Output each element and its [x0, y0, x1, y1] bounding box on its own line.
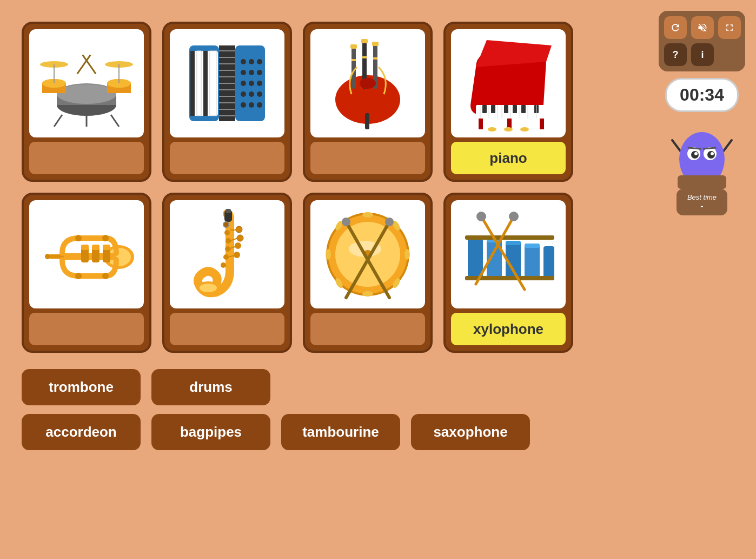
- card-saxophone[interactable]: [162, 193, 292, 353]
- card-accordeon-label: [170, 142, 284, 174]
- card-trumpet[interactable]: [22, 193, 151, 353]
- card-piano[interactable]: piano: [443, 22, 573, 182]
- svg-rect-141: [525, 244, 540, 279]
- svg-point-149: [509, 212, 519, 221]
- svg-rect-82: [540, 119, 544, 129]
- card-tambourine-label: [310, 313, 425, 345]
- svg-point-45: [249, 81, 254, 86]
- svg-point-44: [241, 81, 246, 86]
- card-bagpipes[interactable]: [303, 22, 433, 182]
- word-buttons-area: trombone drums accordeon bagpipes tambou…: [22, 369, 734, 450]
- card-accordeon-image: [170, 29, 284, 137]
- svg-point-102: [200, 284, 217, 292]
- svg-rect-67: [491, 105, 495, 113]
- svg-rect-68: [504, 105, 508, 113]
- svg-line-160: [704, 148, 715, 149]
- svg-point-98: [102, 235, 109, 241]
- card-saxophone-label: [170, 313, 284, 345]
- card-tambourine[interactable]: [303, 193, 433, 353]
- card-xylophone-label: xylophone: [451, 313, 566, 345]
- card-xylophone-image: [451, 200, 566, 308]
- svg-rect-66: [482, 105, 487, 113]
- svg-line-151: [724, 140, 732, 151]
- svg-line-150: [672, 140, 680, 151]
- card-saxophone-image: [170, 200, 284, 308]
- word-btn-accordeon[interactable]: accordeon: [22, 414, 141, 450]
- fullscreen-button[interactable]: [718, 16, 741, 39]
- svg-point-84: [504, 127, 513, 131]
- svg-rect-92: [92, 245, 100, 250]
- svg-rect-161: [678, 175, 726, 189]
- svg-point-43: [257, 70, 262, 75]
- svg-line-159: [688, 148, 700, 149]
- best-time-label: Best time: [687, 193, 717, 201]
- svg-point-158: [711, 152, 714, 155]
- word-btn-saxophone[interactable]: saxophone: [411, 414, 530, 450]
- svg-rect-60: [365, 113, 369, 129]
- svg-rect-135: [468, 235, 483, 279]
- svg-rect-24: [210, 51, 217, 116]
- help-button[interactable]: ?: [664, 43, 687, 66]
- best-time-box: Best time -: [677, 189, 727, 215]
- svg-point-39: [249, 59, 254, 64]
- svg-point-113: [237, 235, 243, 241]
- svg-line-16: [111, 115, 119, 127]
- svg-point-109: [221, 262, 226, 268]
- word-btn-trombone[interactable]: trombone: [22, 369, 141, 405]
- card-drums-label: [29, 142, 144, 174]
- svg-rect-142: [525, 244, 540, 248]
- best-time-value: -: [687, 201, 717, 211]
- svg-rect-54: [352, 45, 356, 89]
- monster-character: [669, 119, 734, 189]
- svg-point-133: [385, 218, 394, 226]
- svg-point-40: [257, 59, 262, 64]
- svg-rect-69: [513, 105, 517, 113]
- cards-grid: piano: [22, 22, 734, 353]
- card-drums-image: [29, 29, 144, 137]
- svg-rect-58: [361, 39, 368, 43]
- card-piano-image: [451, 29, 566, 137]
- word-btn-bagpipes[interactable]: bagpipes: [151, 414, 270, 450]
- card-xylophone[interactable]: xylophone: [443, 193, 573, 353]
- svg-rect-70: [521, 105, 526, 113]
- svg-point-46: [257, 81, 262, 86]
- svg-point-126: [362, 291, 373, 297]
- timer-display: 00:34: [665, 78, 739, 112]
- word-btn-tambourine[interactable]: tambourine: [281, 414, 400, 450]
- svg-point-118: [234, 252, 240, 258]
- svg-rect-21: [190, 51, 195, 116]
- svg-point-41: [241, 70, 246, 75]
- svg-point-112: [236, 226, 242, 233]
- card-tambourine-image: [310, 200, 425, 308]
- svg-rect-62: [352, 59, 356, 61]
- sidebar: ? i 00:34 Best ti: [659, 11, 745, 215]
- restart-button[interactable]: [664, 16, 687, 39]
- svg-point-122: [362, 212, 373, 218]
- svg-point-47: [241, 91, 246, 97]
- svg-point-42: [249, 70, 254, 75]
- word-row-2: accordeon bagpipes tambourine saxophone: [22, 414, 734, 450]
- svg-rect-22: [197, 51, 201, 116]
- mute-button[interactable]: [691, 16, 714, 39]
- info-button[interactable]: i: [691, 43, 714, 66]
- word-btn-drums[interactable]: drums: [151, 369, 270, 405]
- svg-point-157: [694, 152, 698, 155]
- svg-rect-104: [226, 209, 231, 213]
- svg-point-99: [75, 273, 82, 279]
- card-accordeon[interactable]: [162, 22, 292, 182]
- help-icon: ?: [673, 49, 679, 61]
- card-drums[interactable]: [22, 22, 151, 182]
- svg-point-134: [342, 218, 350, 226]
- svg-rect-64: [373, 57, 377, 60]
- svg-point-49: [257, 91, 262, 97]
- svg-point-100: [102, 273, 109, 279]
- word-row-1: trombone drums: [22, 369, 734, 405]
- monster-area: Best time -: [669, 119, 734, 215]
- svg-point-51: [249, 102, 254, 108]
- svg-rect-143: [543, 246, 554, 279]
- svg-point-128: [326, 249, 331, 260]
- svg-point-48: [249, 91, 254, 97]
- svg-rect-140: [506, 241, 521, 245]
- svg-line-14: [54, 115, 62, 127]
- svg-point-124: [404, 249, 410, 260]
